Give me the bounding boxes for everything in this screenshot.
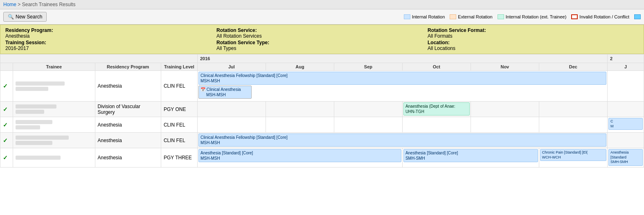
breadcrumb-separator: > — [18, 2, 22, 7]
rotation-block[interactable]: Anaesthesia (Dept of Anae: UHN-TGH — [403, 102, 470, 115]
format-value: All Formats — [428, 33, 639, 39]
cal-cell-row1: Clinical Anesthesia Fellowship [Standard… — [197, 71, 607, 102]
checkmark-icon: ✓ — [3, 83, 8, 89]
program-cell: Anesthesia — [95, 133, 161, 148]
rotation-location: UHN-TGH — [405, 109, 424, 114]
rotation-type-label: Rotation Service Type: — [216, 40, 269, 45]
trainee-cell — [13, 117, 95, 133]
col-check-header — [0, 63, 13, 71]
rotation-label: Clinical Anesthesia Fellowship [Standard… — [200, 135, 288, 140]
rotation-block[interactable]: Chronic Pain [Standard] [El( WCH-WCH — [540, 149, 606, 161]
checkmark-icon: ✓ — [3, 106, 8, 113]
cal-jul — [197, 117, 266, 133]
level-cell: PGY ONE — [161, 102, 197, 117]
filter-residency: Residency Program: Anesthesia — [5, 27, 216, 39]
checkmark-icon: ✓ — [3, 154, 8, 161]
cal-sep — [334, 102, 402, 117]
check-cell: ✓ — [0, 117, 13, 133]
year-2016: 2016 — [197, 54, 607, 63]
col-program-header: Residency Program — [95, 63, 161, 71]
trainee-name-blur — [16, 136, 69, 140]
trainee-name-blur — [16, 156, 61, 160]
trainee-name-blur — [16, 81, 65, 86]
filter-rotation-type: Rotation Service Type: All Types — [216, 40, 428, 51]
popup-location: MSH-MSH — [206, 93, 226, 97]
search-icon: 🔍 — [8, 14, 14, 20]
rotation-label: C — [610, 119, 613, 123]
level-cell: CLIN FEL — [161, 71, 197, 102]
internal-ext-rotation-swatch — [498, 14, 504, 19]
cal-jul — [197, 102, 266, 117]
table-row: ✓ Anesthesia CLIN FEL Clinical Anesthesi… — [0, 133, 644, 148]
breadcrumb-home[interactable]: Home — [3, 2, 16, 7]
col-dec: Dec — [539, 63, 607, 71]
rotation-location: SMH-SMH — [405, 156, 425, 161]
breadcrumb: Home > Search Trainees Results — [0, 0, 644, 9]
rotation-location: M — [610, 124, 614, 128]
calendar-icon: 📅 — [200, 87, 205, 92]
new-search-button[interactable]: 🔍 New Search — [3, 12, 47, 22]
month-header-row: Trainee Residency Program Training Level… — [0, 63, 644, 71]
new-search-label: New Search — [16, 14, 42, 20]
cal-aug — [266, 102, 334, 117]
col-jan: J — [607, 63, 644, 71]
rotation-label: Anesthesia [Standard] [Core] — [405, 151, 458, 155]
filter-rotation-service: Rotation Service: All Rotation Services — [216, 27, 428, 39]
table-row: ✓ Anesthesia PGY THREE Anesthesia [Stand… — [0, 148, 644, 167]
trainee-name-blur — [16, 104, 56, 109]
internal-rotation-swatch — [404, 14, 410, 19]
cal-cell-row4: Clinical Anesthesia Fellowship [Standard… — [197, 133, 607, 148]
trainee-name-blur — [16, 120, 52, 124]
training-session-value: 2016-2017 — [5, 45, 216, 51]
cal-oct — [402, 117, 471, 133]
rotation-label: Anesthesia [Standard] [Core] — [200, 151, 253, 155]
col-sep: Sep — [334, 63, 402, 71]
legend-internal-ext-label: Internal Rotation (ext. Trainee) — [506, 14, 567, 19]
rotation-type-value: All Types — [216, 45, 428, 51]
trainee-name-blur2 — [16, 110, 44, 114]
rotation-label: Chronic Pain [Standard] [El( — [542, 150, 588, 154]
legend-extra — [634, 14, 641, 19]
table-row: ✓ Anesthesia CLIN FEL C M — [0, 117, 644, 133]
location-value: All Locations — [428, 45, 639, 51]
rotation-label: Anesthesia [Standard — [610, 150, 629, 159]
table-row: ✓ Anesthesia CLIN FEL Clinical Anesthesi… — [0, 71, 644, 102]
rotation-location: SMH-SMH — [610, 160, 628, 164]
training-session-label: Training Session: — [5, 40, 46, 45]
cal-jan: Anesthesia [Standard SMH-SMH — [607, 148, 644, 167]
legend-invalid-label: Invalid Rotation / Conflict — [579, 14, 629, 19]
cal-jan: C M — [607, 117, 644, 133]
cal-jul-sep: Anesthesia [Standard] [Core] MSH-MSH — [197, 148, 402, 167]
trainee-name-blur2 — [16, 125, 40, 129]
level-cell: CLIN FEL — [161, 117, 197, 133]
program-cell: Anesthesia — [95, 71, 161, 102]
trainee-name-blur2 — [16, 87, 48, 91]
schedule-container[interactable]: 2016 2 Trainee Residency Program Trainin… — [0, 54, 644, 167]
program-cell: Anesthesia — [95, 148, 161, 167]
checkmark-icon: ✓ — [3, 122, 8, 128]
col-aug: Aug — [266, 63, 334, 71]
rotation-block[interactable]: Anesthesia [Standard SMH-SMH — [608, 149, 643, 166]
location-label: Location: — [428, 40, 450, 45]
legend-invalid: Invalid Rotation / Conflict — [571, 14, 629, 19]
rotation-popup-trigger[interactable]: 📅 Clinical Anesthesia MSH-MSH — [198, 86, 252, 99]
cal-jan — [607, 133, 644, 148]
trainee-cell — [13, 71, 95, 102]
cal-dec: Chronic Pain [Standard] [El( WCH-WCH — [539, 148, 607, 167]
rotation-service-value: All Rotation Services — [216, 33, 428, 39]
rotation-block[interactable]: C M — [608, 118, 643, 130]
cal-sep — [334, 117, 402, 133]
rotation-block[interactable]: Anesthesia [Standard] [Core] MSH-MSH — [198, 149, 401, 162]
popup-label: Clinical Anesthesia — [207, 87, 241, 92]
breadcrumb-current: Search Trainees Results — [22, 2, 76, 7]
level-cell: PGY THREE — [161, 148, 197, 167]
rotation-service-label: Rotation Service: — [216, 27, 257, 33]
rotation-block[interactable]: Clinical Anesthesia Fellowship [Standard… — [198, 72, 606, 85]
checkmark-icon: ✓ — [3, 137, 8, 144]
residency-value: Anesthesia — [5, 33, 216, 39]
cal-oct-nov: Anesthesia [Standard] [Core] SMH-SMH — [402, 148, 539, 167]
rotation-block[interactable]: Clinical Anesthesia Fellowship [Standard… — [198, 134, 606, 147]
col-level-header: Training Level — [161, 63, 197, 71]
trainee-cell — [13, 102, 95, 117]
rotation-block[interactable]: Anesthesia [Standard] [Core] SMH-SMH — [403, 149, 538, 162]
